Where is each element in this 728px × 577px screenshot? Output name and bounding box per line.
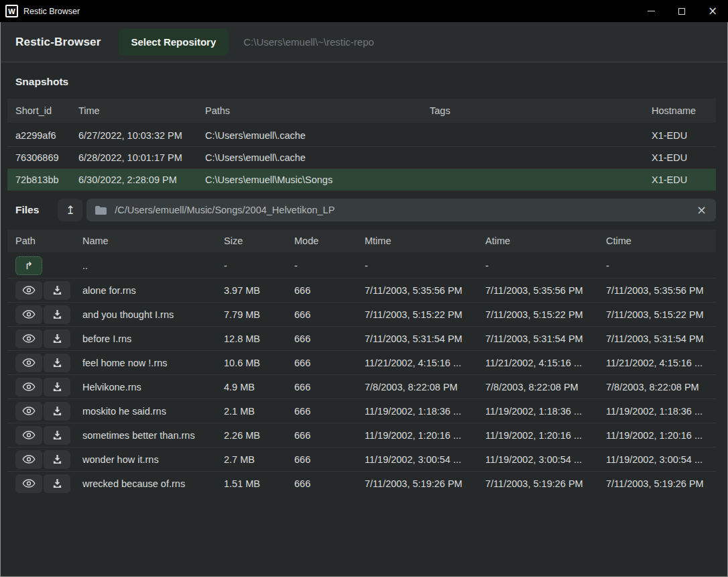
file-mode: 666 — [286, 309, 357, 320]
file-row[interactable]: alone for.rns 3.97 MB 666 7/11/2003, 5:3… — [7, 278, 716, 302]
download-file-button[interactable] — [44, 402, 70, 421]
preview-file-button[interactable] — [15, 474, 42, 493]
file-size: 7.79 MB — [216, 309, 286, 320]
file-ctime: 11/21/2002, 4:15:16 ... — [598, 358, 716, 368]
eye-icon — [22, 479, 36, 488]
file-row[interactable]: wrecked because of.rns 1.51 MB 666 7/11/… — [7, 471, 716, 495]
files-table-body: ↱ .. - - - - - alone for.rns 3.97 MB 666… — [1, 254, 727, 495]
file-ctime: 7/11/2003, 5:31:54 PM — [598, 333, 716, 344]
parent-directory-row[interactable]: ↱ .. - - - - - — [7, 254, 716, 278]
column-header-path[interactable]: Path — [7, 235, 74, 246]
column-header-size[interactable]: Size — [216, 235, 286, 246]
file-size: 4.9 MB — [216, 382, 286, 392]
file-size: 2.1 MB — [216, 406, 286, 417]
preview-file-button[interactable] — [15, 402, 42, 421]
minimize-icon — [648, 11, 655, 11]
download-file-button[interactable] — [44, 426, 70, 445]
file-row[interactable]: sometimes better than.rns 2.26 MB 666 11… — [7, 423, 716, 447]
file-row[interactable]: moskito he said.rns 2.1 MB 666 11/19/200… — [7, 399, 716, 423]
column-header-time[interactable]: Time — [70, 105, 197, 116]
download-icon — [52, 478, 62, 488]
preview-file-button[interactable] — [15, 281, 42, 300]
file-size: 1.51 MB — [216, 478, 286, 489]
download-icon — [52, 430, 62, 440]
arrow-up-from-bar-icon: ↥ — [66, 203, 75, 217]
file-size: 10.6 MB — [216, 358, 286, 368]
file-atime: 7/11/2003, 5:15:22 PM — [477, 309, 598, 320]
app-window: W Restic Browser × Restic-Browser Select… — [0, 0, 728, 577]
snapshots-table-header: Short_id Time Paths Tags Hostname — [7, 99, 716, 123]
download-file-button[interactable] — [44, 281, 70, 300]
file-mtime: 7/8/2003, 8:22:08 PM — [357, 382, 477, 392]
column-header-mtime[interactable]: Mtime — [357, 235, 477, 246]
file-ctime: 7/11/2003, 5:15:22 PM — [598, 309, 716, 320]
download-file-button[interactable] — [44, 305, 70, 324]
preview-file-button[interactable] — [15, 426, 42, 445]
go-to-parent-button[interactable]: ↱ — [15, 256, 42, 275]
file-size: 2.26 MB — [216, 430, 286, 441]
download-file-button[interactable] — [44, 329, 70, 348]
file-ctime: 7/8/2003, 8:22:08 PM — [598, 382, 716, 392]
file-row[interactable]: and you thought I.rns 7.79 MB 666 7/11/2… — [7, 302, 716, 326]
preview-file-button[interactable] — [15, 305, 42, 324]
file-ctime: 11/19/2002, 3:00:54 ... — [598, 454, 716, 465]
column-header-hostname[interactable]: Hostname — [644, 105, 716, 116]
column-header-name[interactable]: Name — [74, 235, 216, 246]
file-mtime: 7/11/2003, 5:15:22 PM — [357, 309, 477, 320]
preview-file-button[interactable] — [15, 450, 42, 469]
eye-icon — [22, 334, 36, 343]
file-mtime: 7/11/2003, 5:31:54 PM — [357, 333, 477, 344]
download-file-button[interactable] — [44, 474, 70, 493]
file-atime: 11/21/2002, 4:15:16 ... — [477, 358, 598, 368]
column-header-ctime[interactable]: Ctime — [598, 235, 716, 246]
preview-file-button[interactable] — [15, 354, 42, 372]
file-ctime: 7/11/2003, 5:35:56 PM — [598, 285, 716, 296]
column-header-mode[interactable]: Mode — [286, 235, 357, 246]
maximize-icon — [678, 8, 685, 15]
current-path-bar[interactable]: /C/Users/emuell/Music/Songs/2004_Helveti… — [86, 199, 716, 221]
file-name: alone for.rns — [74, 285, 216, 296]
snapshot-row[interactable]: 72b813bb 6/30/2022, 2:28:09 PM C:\Users\… — [7, 168, 716, 191]
snapshot-row[interactable]: 76306869 6/28/2022, 10:01:17 PM C:\Users… — [7, 146, 716, 168]
file-row[interactable]: feel home now !.rns 10.6 MB 666 11/21/20… — [7, 350, 716, 374]
file-atime: 7/11/2003, 5:19:26 PM — [477, 478, 598, 489]
file-atime: 7/11/2003, 5:31:54 PM — [477, 333, 598, 344]
return-arrow-icon: ↱ — [25, 260, 34, 272]
snapshot-hostname: X1-EDU — [644, 130, 716, 141]
snapshot-short-id: 76306869 — [7, 152, 70, 163]
download-icon — [52, 406, 62, 416]
file-name: wrecked because of.rns — [74, 478, 216, 489]
download-file-button[interactable] — [44, 378, 70, 397]
preview-file-button[interactable] — [15, 329, 42, 348]
preview-file-button[interactable] — [15, 378, 42, 397]
file-size: - — [216, 260, 286, 271]
files-table-header: Path Name Size Mode Mtime Atime Ctime — [7, 229, 716, 252]
file-row[interactable]: wonder how it.rns 2.7 MB 666 11/19/2002,… — [7, 447, 716, 471]
snapshot-row[interactable]: a2299af6 6/27/2022, 10:03:32 PM C:\Users… — [7, 124, 716, 146]
minimize-button[interactable] — [635, 0, 666, 22]
file-name: and you thought I.rns — [74, 309, 216, 320]
snapshot-hostname: X1-EDU — [644, 174, 716, 185]
column-header-atime[interactable]: Atime — [477, 235, 598, 246]
dump-to-parent-button[interactable]: ↥ — [58, 199, 82, 221]
file-name: before I.rns — [74, 333, 216, 344]
snapshot-paths: C:\Users\emuell\Music\Songs — [197, 174, 422, 185]
download-file-button[interactable] — [44, 354, 70, 372]
file-mode: - — [286, 260, 357, 271]
column-header-paths[interactable]: Paths — [197, 105, 422, 116]
file-mode: 666 — [286, 333, 357, 344]
download-file-button[interactable] — [44, 450, 70, 469]
column-header-short-id[interactable]: Short_id — [7, 105, 70, 116]
close-icon: × — [708, 5, 717, 17]
column-header-tags[interactable]: Tags — [422, 105, 644, 116]
close-button[interactable]: × — [697, 0, 728, 22]
select-repository-button[interactable]: Select Repository — [119, 29, 229, 56]
file-row[interactable]: Helvikone.rns 4.9 MB 666 7/8/2003, 8:22:… — [7, 374, 716, 399]
empty-area — [1, 495, 727, 576]
maximize-button[interactable] — [666, 0, 697, 22]
app-brand: Restic-Browser — [15, 36, 101, 49]
file-row[interactable]: before I.rns 12.8 MB 666 7/11/2003, 5:31… — [7, 326, 716, 350]
clear-path-button[interactable]: × — [695, 204, 708, 216]
file-mtime: 7/11/2003, 5:19:26 PM — [357, 478, 477, 489]
snapshot-short-id: 72b813bb — [7, 174, 70, 185]
